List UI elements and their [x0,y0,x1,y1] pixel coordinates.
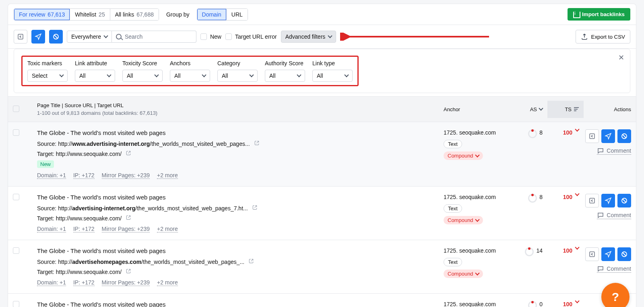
comment-button[interactable]: Comment [597,265,631,273]
import-backlinks-button[interactable]: Import backlinks [568,8,630,21]
close-icon[interactable]: ✕ [618,53,624,62]
row-send-button[interactable] [601,247,615,261]
as-gauge-icon [528,194,537,203]
checkbox-icon [200,33,207,40]
compound-badge[interactable]: Compound [444,216,483,224]
move-to-whitelist-button[interactable] [14,30,27,44]
external-link-icon[interactable] [126,215,131,220]
row-whitelist-button[interactable] [585,194,599,207]
external-link-icon[interactable] [248,258,254,264]
group-by-toggle: Domain URL [197,8,248,21]
filter-dropdown[interactable]: All [265,70,305,82]
select-all-checkbox[interactable] [13,106,19,112]
row-as-cell: 14 [511,247,547,286]
row-disavow-button[interactable] [617,194,631,207]
filter-dropdown[interactable]: All [75,70,115,82]
group-by-domain[interactable]: Domain [197,9,227,20]
disavow-button[interactable] [49,30,63,44]
external-link-icon[interactable] [126,150,131,156]
filter-dropdown[interactable]: All [217,70,258,82]
table-header: Page Title | Source URL | Target URL 1-1… [8,96,636,122]
col-ts[interactable]: TS [547,101,584,118]
send-button[interactable] [31,30,45,44]
filter-label: Toxic markers [27,60,68,66]
filter-label: Anchors [170,60,210,66]
filter-new-checkbox[interactable]: New [200,33,221,40]
filter-label: Authority Score [265,60,305,66]
row-stat[interactable]: IP: +172 [73,226,95,232]
row-stat[interactable]: IP: +172 [73,172,95,179]
col-as[interactable]: AS [511,101,547,118]
chevron-down-icon [475,217,479,222]
row-disavow-button[interactable] [617,129,631,143]
tab-for-review[interactable]: For review 67,613 [14,9,70,20]
ts-value: 100 [563,194,572,200]
row-ts-cell[interactable]: 100 [547,247,584,286]
row-ts-cell[interactable]: 100 [547,129,584,179]
row-stats: Domain: +1IP: +172Mirror Pages: +239+2 m… [37,172,434,179]
filter-label: Link attribute [75,60,115,66]
comment-button[interactable]: Comment [597,212,631,219]
filter-category: Category All [217,60,258,82]
row-select-cell [8,247,32,286]
row-as-cell: 8 [511,129,547,179]
row-stat[interactable]: +2 more [157,172,178,179]
row-ts-cell[interactable]: 100 [547,301,584,307]
row-anchor-cell: 1725. seoquake.com Text Compound [439,129,511,179]
row-main-cell: The Globe - The world's most visited web… [32,301,439,307]
filter-dropdown[interactable]: All [122,70,163,82]
row-whitelist-button[interactable] [585,129,599,143]
row-stat[interactable]: +2 more [157,279,178,286]
row-checkbox[interactable] [13,129,19,136]
row-ts-cell[interactable]: 100 [547,194,584,232]
filter-label: Link type [312,60,353,66]
row-target: Target: http://www.seoquake.com/ [37,215,434,222]
svg-rect-0 [18,34,23,39]
row-stat[interactable]: IP: +172 [73,279,95,286]
external-link-icon[interactable] [252,205,258,210]
ts-value: 100 [563,301,572,307]
row-title: The Globe - The world's most visited web… [37,301,434,307]
tab-whitelist[interactable]: Whitelist 25 [70,9,110,20]
row-stat[interactable]: Mirror Pages: +239 [102,226,150,232]
chevron-down-icon [475,271,479,275]
filter-dropdown[interactable]: All [170,70,210,82]
search-input[interactable]: Search [112,31,196,43]
tab-label: For review [19,11,45,18]
row-title: The Globe - The world's most visited web… [37,194,434,201]
advanced-filters-button[interactable]: Advanced filters [281,31,336,43]
row-stat[interactable]: +2 more [157,226,178,232]
row-checkbox[interactable] [13,194,19,200]
export-csv-button[interactable]: Export to CSV [576,30,630,44]
row-send-button[interactable] [601,129,615,143]
row-stat[interactable]: Domain: +1 [37,172,66,179]
row-stat[interactable]: Domain: +1 [37,226,66,232]
svg-rect-7 [590,252,594,257]
compound-badge[interactable]: Compound [444,151,483,160]
row-as-cell: 8 [511,194,547,232]
row-send-button[interactable] [601,194,615,207]
row-whitelist-button[interactable] [585,247,599,261]
row-title: The Globe - The world's most visited web… [37,247,434,254]
comment-button[interactable]: Comment [597,147,631,155]
row-disavow-button[interactable] [617,247,631,261]
row-stat[interactable]: Domain: +1 [37,279,66,286]
filter-url-error-checkbox[interactable]: Target URL error [225,33,277,40]
row-checkbox[interactable] [13,247,19,254]
group-by-url[interactable]: URL [227,9,248,20]
as-value: 14 [536,247,543,254]
group-by-label: Group by [166,11,190,18]
external-link-icon[interactable] [254,140,260,146]
row-stat[interactable]: Mirror Pages: +239 [102,279,150,286]
top-filter-row: For review 67,613 Whitelist 25 All links… [8,4,636,25]
search-scope-dropdown[interactable]: Everywhere [67,31,112,43]
row-checkbox[interactable] [13,301,19,307]
row-stat[interactable]: Mirror Pages: +239 [102,172,150,179]
tab-all-links[interactable]: All links 67,688 [110,9,159,20]
compound-badge[interactable]: Compound [444,270,483,278]
chevron-down-icon [328,33,332,38]
external-link-icon[interactable] [126,268,131,274]
chevron-down-icon [59,73,64,77]
filter-dropdown[interactable]: Select [27,70,68,82]
filter-dropdown[interactable]: All [312,70,353,82]
